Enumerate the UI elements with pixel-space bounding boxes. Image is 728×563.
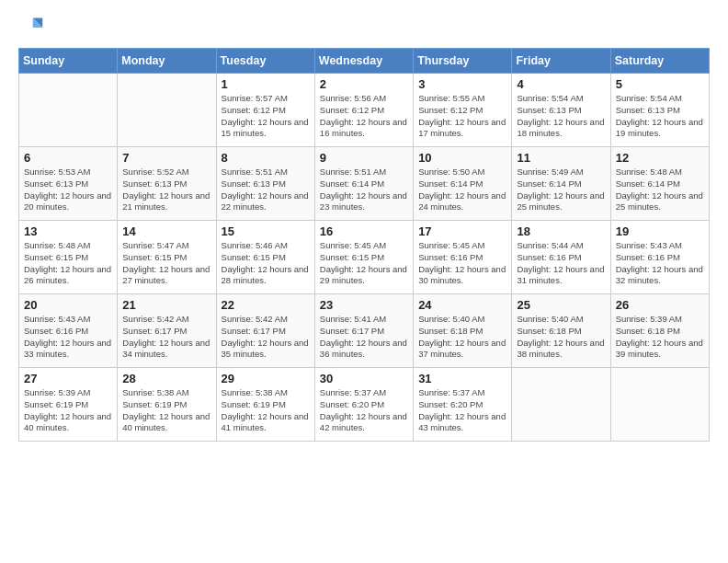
- week-row-5: 27Sunrise: 5:39 AM Sunset: 6:19 PM Dayli…: [19, 368, 710, 442]
- calendar-cell: [512, 368, 610, 442]
- calendar-cell: 30Sunrise: 5:37 AM Sunset: 6:20 PM Dayli…: [314, 368, 413, 442]
- calendar-cell: 15Sunrise: 5:46 AM Sunset: 6:15 PM Dayli…: [216, 221, 314, 294]
- page: SundayMondayTuesdayWednesdayThursdayFrid…: [0, 0, 728, 563]
- calendar-cell: [118, 74, 216, 147]
- calendar-cell: 6Sunrise: 5:53 AM Sunset: 6:13 PM Daylig…: [19, 147, 118, 221]
- day-info: Sunrise: 5:37 AM Sunset: 6:20 PM Dayligh…: [320, 387, 408, 434]
- day-info: Sunrise: 5:45 AM Sunset: 6:15 PM Dayligh…: [320, 240, 408, 287]
- day-number: 7: [122, 151, 210, 165]
- day-number: 12: [616, 151, 704, 165]
- calendar-cell: 29Sunrise: 5:38 AM Sunset: 6:19 PM Dayli…: [216, 368, 314, 442]
- calendar-cell: 5Sunrise: 5:54 AM Sunset: 6:13 PM Daylig…: [610, 74, 709, 147]
- day-info: Sunrise: 5:45 AM Sunset: 6:16 PM Dayligh…: [418, 240, 506, 287]
- day-header-thursday: Thursday: [414, 49, 512, 74]
- day-number: 20: [24, 298, 112, 312]
- day-number: 28: [122, 372, 210, 385]
- day-info: Sunrise: 5:42 AM Sunset: 6:17 PM Dayligh…: [122, 314, 210, 361]
- day-info: Sunrise: 5:37 AM Sunset: 6:20 PM Dayligh…: [418, 387, 506, 434]
- calendar-cell: 8Sunrise: 5:51 AM Sunset: 6:13 PM Daylig…: [216, 147, 314, 221]
- day-header-monday: Monday: [118, 49, 216, 74]
- day-info: Sunrise: 5:56 AM Sunset: 6:12 PM Dayligh…: [320, 93, 408, 140]
- day-header-friday: Friday: [512, 49, 610, 74]
- day-info: Sunrise: 5:39 AM Sunset: 6:19 PM Dayligh…: [24, 387, 112, 434]
- day-number: 22: [222, 298, 310, 312]
- day-number: 11: [517, 151, 605, 165]
- day-number: 24: [418, 298, 506, 312]
- day-info: Sunrise: 5:48 AM Sunset: 6:15 PM Dayligh…: [24, 240, 112, 287]
- day-info: Sunrise: 5:47 AM Sunset: 6:15 PM Dayligh…: [122, 240, 210, 287]
- day-number: 6: [24, 151, 112, 165]
- day-info: Sunrise: 5:51 AM Sunset: 6:14 PM Dayligh…: [320, 167, 408, 213]
- day-info: Sunrise: 5:52 AM Sunset: 6:13 PM Dayligh…: [122, 167, 210, 213]
- days-header-row: SundayMondayTuesdayWednesdayThursdayFrid…: [19, 49, 710, 74]
- header: [18, 15, 710, 40]
- calendar-table: SundayMondayTuesdayWednesdayThursdayFrid…: [18, 48, 710, 442]
- day-header-sunday: Sunday: [19, 49, 118, 74]
- day-number: 14: [122, 224, 210, 238]
- day-info: Sunrise: 5:38 AM Sunset: 6:19 PM Dayligh…: [222, 387, 310, 434]
- day-info: Sunrise: 5:40 AM Sunset: 6:18 PM Dayligh…: [418, 314, 506, 361]
- day-number: 19: [616, 224, 704, 238]
- day-number: 10: [418, 151, 506, 165]
- day-number: 2: [320, 77, 408, 91]
- day-info: Sunrise: 5:46 AM Sunset: 6:15 PM Dayligh…: [222, 240, 310, 287]
- day-info: Sunrise: 5:38 AM Sunset: 6:19 PM Dayligh…: [122, 387, 210, 434]
- day-number: 27: [24, 372, 112, 385]
- day-info: Sunrise: 5:49 AM Sunset: 6:14 PM Dayligh…: [517, 167, 605, 213]
- week-row-3: 13Sunrise: 5:48 AM Sunset: 6:15 PM Dayli…: [19, 221, 710, 294]
- day-info: Sunrise: 5:39 AM Sunset: 6:18 PM Dayligh…: [616, 314, 704, 361]
- day-header-tuesday: Tuesday: [216, 49, 314, 74]
- day-number: 25: [517, 298, 605, 312]
- day-number: 1: [222, 77, 310, 91]
- day-number: 13: [24, 224, 112, 238]
- day-info: Sunrise: 5:44 AM Sunset: 6:16 PM Dayligh…: [517, 240, 605, 287]
- day-info: Sunrise: 5:57 AM Sunset: 6:12 PM Dayligh…: [222, 93, 310, 140]
- calendar-cell: 18Sunrise: 5:44 AM Sunset: 6:16 PM Dayli…: [512, 221, 610, 294]
- day-info: Sunrise: 5:51 AM Sunset: 6:13 PM Dayligh…: [222, 167, 310, 213]
- day-number: 17: [418, 224, 506, 238]
- day-number: 5: [616, 77, 704, 91]
- day-info: Sunrise: 5:50 AM Sunset: 6:14 PM Dayligh…: [418, 167, 506, 213]
- calendar-cell: 26Sunrise: 5:39 AM Sunset: 6:18 PM Dayli…: [610, 294, 709, 368]
- day-info: Sunrise: 5:53 AM Sunset: 6:13 PM Dayligh…: [24, 167, 112, 213]
- calendar-cell: 13Sunrise: 5:48 AM Sunset: 6:15 PM Dayli…: [19, 221, 118, 294]
- day-info: Sunrise: 5:41 AM Sunset: 6:17 PM Dayligh…: [320, 314, 408, 361]
- day-number: 21: [122, 298, 210, 312]
- day-header-saturday: Saturday: [610, 49, 709, 74]
- calendar-cell: 1Sunrise: 5:57 AM Sunset: 6:12 PM Daylig…: [216, 74, 314, 147]
- day-info: Sunrise: 5:43 AM Sunset: 6:16 PM Dayligh…: [616, 240, 704, 287]
- day-number: 31: [418, 372, 506, 385]
- calendar-cell: [19, 74, 118, 147]
- calendar-cell: 3Sunrise: 5:55 AM Sunset: 6:12 PM Daylig…: [414, 74, 512, 147]
- calendar-cell: 4Sunrise: 5:54 AM Sunset: 6:13 PM Daylig…: [512, 74, 610, 147]
- calendar-cell: 9Sunrise: 5:51 AM Sunset: 6:14 PM Daylig…: [314, 147, 413, 221]
- day-info: Sunrise: 5:40 AM Sunset: 6:18 PM Dayligh…: [517, 314, 605, 361]
- day-number: 9: [320, 151, 408, 165]
- day-header-wednesday: Wednesday: [314, 49, 413, 74]
- day-number: 16: [320, 224, 408, 238]
- day-number: 8: [222, 151, 310, 165]
- day-info: Sunrise: 5:54 AM Sunset: 6:13 PM Dayligh…: [517, 93, 605, 140]
- calendar-cell: 24Sunrise: 5:40 AM Sunset: 6:18 PM Dayli…: [414, 294, 512, 368]
- calendar-cell: 16Sunrise: 5:45 AM Sunset: 6:15 PM Dayli…: [314, 221, 413, 294]
- day-number: 4: [517, 77, 605, 91]
- day-info: Sunrise: 5:54 AM Sunset: 6:13 PM Dayligh…: [616, 93, 704, 140]
- week-row-4: 20Sunrise: 5:43 AM Sunset: 6:16 PM Dayli…: [19, 294, 710, 368]
- calendar-cell: 25Sunrise: 5:40 AM Sunset: 6:18 PM Dayli…: [512, 294, 610, 368]
- calendar-cell: 12Sunrise: 5:48 AM Sunset: 6:14 PM Dayli…: [610, 147, 709, 221]
- calendar-cell: 27Sunrise: 5:39 AM Sunset: 6:19 PM Dayli…: [19, 368, 118, 442]
- day-info: Sunrise: 5:48 AM Sunset: 6:14 PM Dayligh…: [616, 167, 704, 213]
- day-number: 23: [320, 298, 408, 312]
- calendar-cell: 20Sunrise: 5:43 AM Sunset: 6:16 PM Dayli…: [19, 294, 118, 368]
- calendar-cell: [610, 368, 709, 442]
- week-row-2: 6Sunrise: 5:53 AM Sunset: 6:13 PM Daylig…: [19, 147, 710, 221]
- calendar-cell: 28Sunrise: 5:38 AM Sunset: 6:19 PM Dayli…: [118, 368, 216, 442]
- logo-icon: [18, 15, 44, 40]
- week-row-1: 1Sunrise: 5:57 AM Sunset: 6:12 PM Daylig…: [19, 74, 710, 147]
- calendar-cell: 23Sunrise: 5:41 AM Sunset: 6:17 PM Dayli…: [314, 294, 413, 368]
- calendar-cell: 19Sunrise: 5:43 AM Sunset: 6:16 PM Dayli…: [610, 221, 709, 294]
- calendar-cell: 31Sunrise: 5:37 AM Sunset: 6:20 PM Dayli…: [414, 368, 512, 442]
- day-number: 15: [222, 224, 310, 238]
- calendar-cell: 17Sunrise: 5:45 AM Sunset: 6:16 PM Dayli…: [414, 221, 512, 294]
- calendar-cell: 14Sunrise: 5:47 AM Sunset: 6:15 PM Dayli…: [118, 221, 216, 294]
